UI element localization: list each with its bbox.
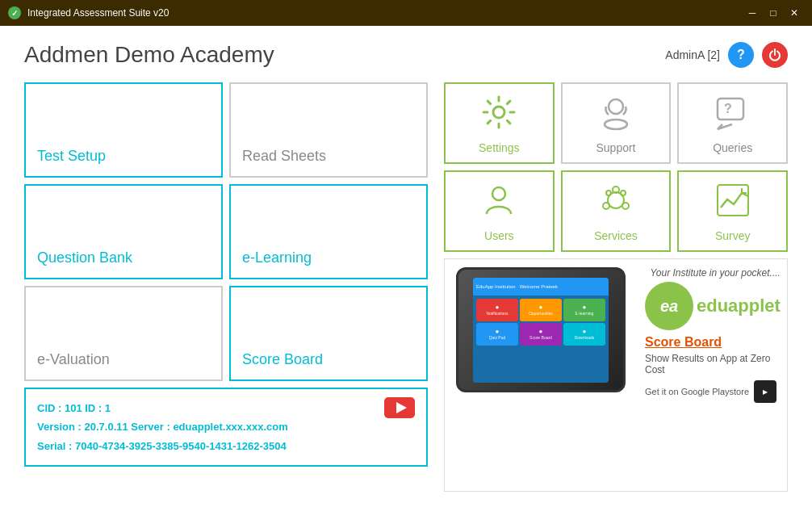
title-bar: ✓ Integrated Assessment Suite v20 ─ □ ✕ [0,0,812,26]
menu-tile-label-question-bank: Question Bank [37,249,210,266]
app-title: Addmen Demo Academy [24,42,274,68]
close-button[interactable]: ✕ [785,5,804,21]
ea-logo-letters: ea [660,297,678,316]
header-right: AdminA [2] ? [665,42,788,68]
tablet-header-text: EduApp Institution Welcome Prateek [476,284,558,289]
service-tile-settings[interactable]: Settings [444,82,555,164]
menu-tile-score-board[interactable]: Score Board [229,286,428,381]
menu-tile-question-bank[interactable]: Question Bank [24,184,223,279]
menu-tile-label-e-learning: e-Learning [242,249,415,266]
svg-point-13 [621,191,626,195]
promo-tablet: EduApp Institution Welcome Prateek ●Noti… [456,267,634,483]
tablet-app-downloads: ●Downloads [563,323,605,346]
get-it-text: Get it on Google Playstore [645,387,749,396]
admin-label: AdminA [2] [665,48,720,61]
power-icon [768,48,781,61]
service-tile-survey[interactable]: Survey [677,170,788,252]
main-layout: Test SetupRead SheetsQuestion Banke-Lear… [24,82,788,492]
promo-tagline: Your Institute in your pocket.... [645,267,781,279]
promo-description: Show Results on App at Zero Cost [645,353,781,375]
queries-icon: ? [714,94,751,136]
app-header: Addmen Demo Academy AdminA [2] ? [24,42,788,68]
service-tile-users[interactable]: Users [444,170,555,252]
service-grid: SettingsSupport?QueriesUsersServicesSurv… [444,82,788,252]
svg-point-3 [609,99,623,114]
youtube-icon [384,397,415,421]
service-tile-label-settings: Settings [479,141,520,154]
tablet-app-opportunities: ●Opportunities [520,299,562,321]
service-tile-support[interactable]: Support [561,82,672,164]
tablet-app-quiz-pad: ●Quiz Pad [476,323,518,346]
service-tile-label-support: Support [596,141,635,154]
support-icon [597,94,634,136]
tablet-header: EduApp Institution Welcome Prateek [473,278,609,296]
info-box: CID : 101 ID : 1 Version : 20.7.0.11 Ser… [24,388,428,467]
menu-tile-label-score-board: Score Board [242,351,415,368]
tablet-screen: EduApp Institution Welcome Prateek ●Noti… [473,278,609,383]
menu-tile-label-test-setup: Test Setup [37,148,210,165]
svg-point-7 [492,187,505,200]
window-controls: ─ □ ✕ [743,5,804,21]
promo-box: EduApp Institution Welcome Prateek ●Noti… [444,258,788,492]
service-tile-queries[interactable]: ?Queries [677,82,788,164]
tablet-app-grid: ●Notifications●Opportunities●E-learning●… [473,296,609,349]
tablet-app-e-learning: ●E-learning [563,299,605,321]
app-content: Addmen Demo Academy AdminA [2] ? Test Se… [0,26,812,524]
menu-tile-e-valuation[interactable]: e-Valuation [24,286,223,381]
svg-rect-14 [718,185,748,216]
serial-line: Serial : 7040-4734-3925-3385-9540-1431-1… [37,437,415,455]
promo-right: Your Institute in your pocket.... ea edu… [645,267,781,483]
left-panel: Test SetupRead SheetsQuestion Banke-Lear… [24,82,428,492]
menu-tile-read-sheets[interactable]: Read Sheets [229,82,428,178]
service-tile-label-queries: Queries [713,141,752,154]
services-icon [597,182,634,224]
menu-tile-label-read-sheets: Read Sheets [242,148,415,165]
survey-icon [714,182,751,224]
menu-tile-test-setup[interactable]: Test Setup [24,82,223,178]
svg-point-11 [603,203,609,209]
help-button[interactable]: ? [728,42,754,68]
users-icon [480,182,517,224]
tablet-visual: EduApp Institution Welcome Prateek ●Noti… [456,267,626,392]
settings-icon [480,94,517,136]
ea-logo-circle: ea [645,282,693,330]
tablet-app-notifications: ●Notifications [476,299,518,321]
svg-point-4 [605,119,627,129]
service-tile-label-services: Services [594,229,638,242]
get-it-section: Get it on Google Playstore ▶ [645,380,781,403]
minimize-button[interactable]: ─ [743,5,762,21]
cid-id-line: CID : 101 ID : 1 [37,399,415,417]
promo-score-board-label: Score Board [645,335,781,350]
service-tile-services[interactable]: Services [561,170,672,252]
app-icon: ✓ [8,6,21,19]
svg-point-12 [606,191,611,195]
version-line: Version : 20.7.0.11 Server : eduapplet.x… [37,417,415,436]
play-store-badge[interactable]: ▶ [754,380,776,403]
svg-text:?: ? [724,102,732,115]
tablet-app-score-board: ●Score Board [520,323,562,346]
power-button[interactable] [762,42,788,68]
brand-name: eduapplet [697,296,781,316]
service-tile-label-survey: Survey [715,229,751,242]
right-panel: SettingsSupport?QueriesUsersServicesSurv… [444,82,788,492]
title-bar-title: Integrated Assessment Suite v20 [27,7,736,19]
service-tile-label-users: Users [484,229,514,242]
menu-tile-e-learning[interactable]: e-Learning [229,184,428,279]
svg-point-10 [622,203,629,209]
menu-grid: Test SetupRead SheetsQuestion Banke-Lear… [24,82,428,381]
menu-tile-label-e-valuation: e-Valuation [37,351,210,368]
maximize-button[interactable]: □ [764,5,783,21]
svg-point-2 [493,107,504,118]
ea-logo: ea eduapplet [645,282,781,330]
